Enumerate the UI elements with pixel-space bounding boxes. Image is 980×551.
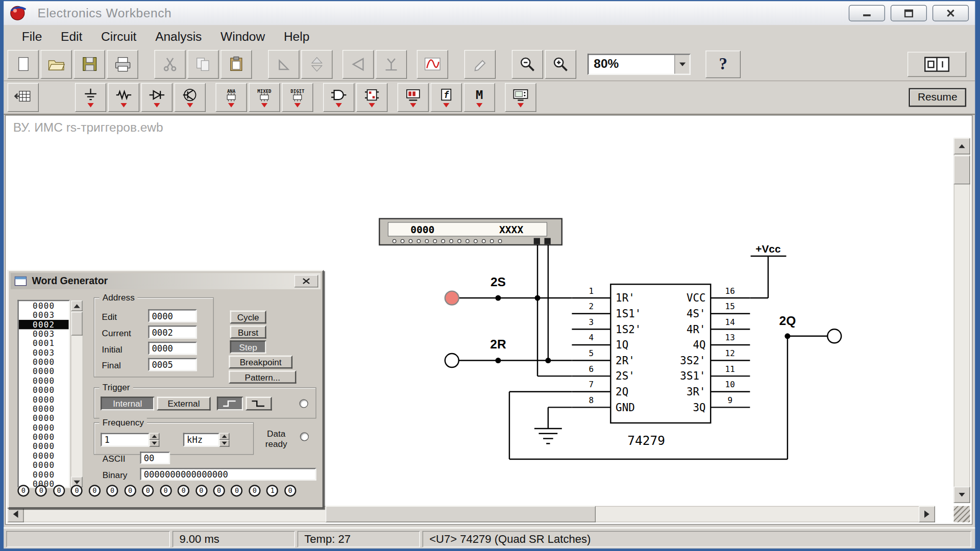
stepper-up[interactable] <box>219 433 230 440</box>
open-button[interactable] <box>41 49 72 78</box>
frequency-unit-stepper[interactable] <box>219 433 230 447</box>
ascii-field[interactable]: 00 <box>140 452 170 464</box>
input-node-2r[interactable] <box>445 354 459 367</box>
print-button[interactable] <box>107 49 138 78</box>
vertical-scrollbar-thumb[interactable] <box>954 156 970 184</box>
word-list-item[interactable]: 0000 <box>19 357 69 366</box>
zoom-out-button[interactable] <box>512 49 543 78</box>
chip-74279[interactable]: 1R' 1S1' 1S2' 1Q 2R' 2S' 2Q GND VCC 4S' … <box>610 284 710 423</box>
mixed-ics-bin-button[interactable]: MIXED <box>249 83 280 112</box>
sources-bin-button[interactable] <box>75 83 106 112</box>
ground-symbol[interactable] <box>534 429 562 443</box>
miscellaneous-bin-button[interactable]: M <box>464 83 495 112</box>
menu-circuit[interactable]: Circuit <box>92 29 146 43</box>
menu-help[interactable]: Help <box>275 29 319 43</box>
burst-button[interactable]: Burst <box>230 325 266 339</box>
initial-address-field[interactable]: 0000 <box>148 342 197 355</box>
word-list-item[interactable]: 0003 <box>19 311 69 320</box>
frequency-stepper[interactable] <box>150 433 160 447</box>
save-button[interactable] <box>74 49 105 78</box>
analog-ics-bin-button[interactable]: ANA <box>215 83 247 112</box>
word-list-item[interactable]: 0000 <box>19 470 69 479</box>
trigger-internal-button[interactable]: Internal <box>101 397 154 411</box>
menu-file[interactable]: File <box>12 29 51 43</box>
help-button[interactable]: ? <box>705 51 741 78</box>
word-list-scroll-thumb[interactable] <box>71 312 83 336</box>
resume-button[interactable]: Resume <box>909 88 966 107</box>
transistors-bin-button[interactable] <box>175 83 206 112</box>
power-switch[interactable] <box>908 52 966 77</box>
word-list-item[interactable]: 0001 <box>19 339 69 348</box>
word-list-scroll-up[interactable] <box>71 300 83 311</box>
zoom-in-button[interactable] <box>545 49 576 78</box>
word-generator-instrument[interactable]: 0000 XXXX <box>379 219 562 245</box>
step-button[interactable]: Step <box>230 340 266 354</box>
word-list-item[interactable]: 0000 <box>19 301 69 310</box>
word-list-item[interactable]: 0000 <box>19 432 69 441</box>
controls-bin-button[interactable]: f <box>431 83 462 112</box>
data-ready-radio[interactable] <box>300 432 309 441</box>
word-list-item[interactable]: 0000 <box>19 423 69 432</box>
word-list-item[interactable]: 0000 <box>19 376 69 385</box>
paste-button[interactable] <box>220 49 252 78</box>
dialog-close-button[interactable] <box>295 275 318 287</box>
vertical-scrollbar-track[interactable] <box>954 138 970 503</box>
word-list-item[interactable]: 0000 <box>19 404 69 413</box>
digital-bin-button[interactable] <box>356 83 387 112</box>
stepper-up[interactable] <box>150 433 160 440</box>
word-list-item[interactable]: 0003 <box>19 329 69 338</box>
edit-address-field[interactable]: 0000 <box>148 309 197 322</box>
logic-gates-bin-button[interactable] <box>323 83 354 112</box>
stepper-down[interactable] <box>150 440 160 446</box>
horizontal-scrollbar-thumb[interactable] <box>326 506 596 522</box>
frequency-value-field[interactable]: 1 <box>101 433 150 447</box>
breakpoint-button[interactable]: Breakpoint <box>229 356 292 369</box>
pattern-button[interactable]: Pattern... <box>229 370 296 384</box>
word-generator-titlebar[interactable]: Word Generator <box>11 273 321 289</box>
word-list[interactable]: 0000 0003 0002 0003 0001 0003 0000 0000 … <box>17 300 70 488</box>
trigger-edge-rising-button[interactable] <box>217 397 243 411</box>
current-address-field[interactable]: 0002 <box>148 325 197 339</box>
word-list-item[interactable]: 0000 <box>19 367 69 376</box>
output-node-2q[interactable] <box>827 329 841 343</box>
trigger-external-button[interactable]: External <box>157 397 210 411</box>
maximize-button[interactable] <box>891 5 927 21</box>
zoom-dropdown-button[interactable] <box>674 55 689 73</box>
menu-edit[interactable]: Edit <box>52 29 92 43</box>
minimize-button[interactable] <box>849 5 885 21</box>
display-graphs-button[interactable] <box>417 49 448 78</box>
word-list-item[interactable]: 0003 <box>19 348 69 357</box>
word-generator-dialog[interactable]: Word Generator 0000 0003 0002 0003 0001 … <box>8 270 324 509</box>
stepper-down[interactable] <box>219 440 230 446</box>
cycle-button[interactable]: Cycle <box>230 311 266 324</box>
word-list-item[interactable]: 0000 <box>19 395 69 404</box>
word-list-item[interactable]: 0000 <box>19 414 69 423</box>
new-button[interactable] <box>8 49 39 78</box>
instruments-bin-button[interactable] <box>505 83 536 112</box>
frequency-unit-field[interactable]: kHz <box>183 433 219 447</box>
input-node-2s[interactable] <box>445 291 459 305</box>
close-button[interactable] <box>933 5 969 21</box>
scroll-up-button[interactable] <box>954 138 970 155</box>
diodes-bin-button[interactable] <box>141 83 173 112</box>
scroll-right-button[interactable] <box>919 506 935 522</box>
indicators-bin-button[interactable] <box>398 83 429 112</box>
digital-ics-bin-button[interactable]: DIGIT <box>282 83 313 112</box>
binary-field[interactable]: 0000000000000000 <box>140 468 316 480</box>
final-address-field[interactable]: 0005 <box>148 358 197 371</box>
word-list-item[interactable]: 0000 <box>19 460 69 469</box>
word-list-item-selected[interactable]: 0002 <box>19 320 69 329</box>
word-list-item[interactable]: 0000 <box>19 451 69 460</box>
trigger-radio[interactable] <box>300 399 308 408</box>
trigger-edge-falling-button[interactable] <box>246 397 272 411</box>
basic-bin-button[interactable] <box>108 83 139 112</box>
word-list-item[interactable]: 0000 <box>19 442 69 451</box>
favorites-bin-button[interactable] <box>8 83 39 112</box>
scroll-down-button[interactable] <box>954 487 970 503</box>
word-list-scrollbar[interactable] <box>70 300 83 488</box>
zoom-level-combobox[interactable]: 80% <box>587 54 691 75</box>
resize-grip[interactable] <box>954 506 970 522</box>
menu-analysis[interactable]: Analysis <box>146 29 211 43</box>
word-list-item[interactable]: 0000 <box>19 386 69 395</box>
menu-window[interactable]: Window <box>211 29 275 43</box>
